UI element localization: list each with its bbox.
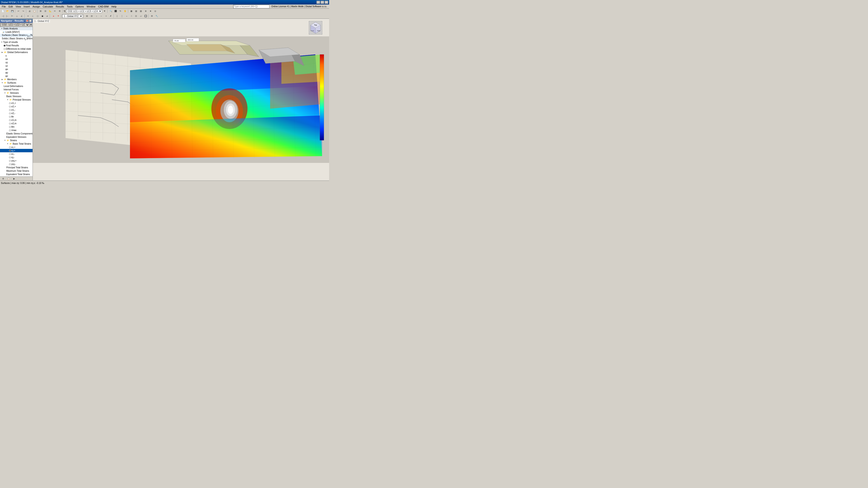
menu-view[interactable]: View: [14, 5, 22, 8]
surfaces-basic-strains-item[interactable]: Surfaces | Basic Strains εy,s [‰]: [0, 34, 33, 37]
menu-options[interactable]: Options: [74, 5, 85, 8]
tb24[interactable]: ∠: [20, 14, 24, 18]
tb10[interactable]: ▦: [129, 9, 134, 13]
menu-calculate[interactable]: Calculate: [41, 5, 55, 8]
s1p-radio[interactable]: [9, 102, 11, 104]
menu-edit[interactable]: Edit: [7, 5, 14, 8]
tb23[interactable]: ⊥: [15, 14, 19, 18]
s2mp-radio[interactable]: [9, 123, 11, 125]
lc-btn[interactable]: ▼: [102, 9, 107, 13]
load-combination-select[interactable]: CO2: LC1 + LC2 + LC3 + LC4: [66, 9, 102, 13]
open-btn[interactable]: 📂: [5, 9, 10, 13]
nav-btn2[interactable]: 📋: [6, 177, 11, 181]
menu-help[interactable]: Help: [110, 5, 118, 8]
tb41[interactable]: |: [115, 14, 119, 18]
ey-p-item[interactable]: εy,+: [0, 149, 33, 152]
zoom-btn[interactable]: 🔍: [109, 9, 113, 13]
s1m-radio[interactable]: [9, 109, 11, 111]
tb14[interactable]: ★: [148, 9, 153, 13]
save-btn[interactable]: 💾: [10, 9, 14, 13]
menu-insert[interactable]: Insert: [22, 5, 31, 8]
equiv-stresses-item[interactable]: Equivalent Stresses: [0, 135, 33, 139]
surfaces-tree-item[interactable]: ▼ 📁 Surfaces: [0, 81, 33, 85]
redo-btn[interactable]: ↪: [21, 9, 26, 13]
tb37[interactable]: ↕: [94, 14, 99, 18]
nav-combo-arrow[interactable]: ▼: [30, 24, 32, 26]
tb51[interactable]: 🔧: [154, 14, 159, 18]
s2m-radio[interactable]: [9, 112, 11, 114]
phiz-item[interactable]: φz: [0, 74, 33, 78]
tb2[interactable]: ⊟: [43, 9, 48, 13]
ey-m-item[interactable]: εy,-: [0, 156, 33, 159]
basic-total-strains-item[interactable]: ▼ 📁 Basic Total Strains: [0, 142, 33, 145]
ex-p-item[interactable]: εx,+: [0, 145, 33, 149]
nav-btn3[interactable]: ▶: [12, 177, 16, 181]
principal-total-item[interactable]: Principal Total Strains: [0, 166, 33, 169]
s1mp-radio[interactable]: [9, 119, 11, 121]
exm-radio[interactable]: [9, 153, 11, 155]
tb22[interactable]: ⊢: [10, 14, 14, 18]
menu-cad-bim[interactable]: CAD-BIM: [97, 5, 110, 8]
nav-close-btn[interactable]: ✕: [29, 20, 32, 22]
diff-initial-item[interactable]: Differences to initial state: [0, 47, 33, 51]
nav-pin-btn[interactable]: 📌: [26, 20, 29, 22]
tb36[interactable]: ⊟: [90, 14, 94, 18]
menu-results[interactable]: Results: [55, 5, 66, 8]
tb40[interactable]: ✗: [108, 14, 113, 18]
members-tree-item[interactable]: ▶ 📁 Members: [0, 78, 33, 81]
print-btn[interactable]: 🖨: [27, 9, 32, 13]
phiy-item[interactable]: φy: [0, 71, 33, 74]
view-select[interactable]: 1 - Global XYZ: [62, 14, 83, 18]
tb20[interactable]: →|: [0, 14, 5, 18]
stresses-tree-item[interactable]: ▼ 📁 Stresses: [0, 91, 33, 95]
sigma2mp-item[interactable]: σ2,m: [0, 122, 33, 125]
tn-radio[interactable]: [9, 116, 11, 118]
menu-file[interactable]: File: [0, 5, 7, 8]
type-of-results-item[interactable]: ▼ Type of results: [0, 40, 33, 44]
thetam-item[interactable]: θm: [0, 125, 33, 129]
tb25[interactable]: ≡: [26, 14, 30, 18]
tb47[interactable]: 🔲: [143, 14, 148, 18]
eym-radio[interactable]: [9, 157, 11, 158]
global-def-item[interactable]: ▶ 📁 Global Deformations: [0, 51, 33, 54]
tb42[interactable]: ⌶: [120, 14, 124, 18]
tb46[interactable]: ▱: [138, 14, 143, 18]
sigma1mp-item[interactable]: σ1,m: [0, 119, 33, 122]
minimize-button[interactable]: ─: [316, 1, 320, 4]
phix-item[interactable]: φx: [0, 68, 33, 71]
tb43[interactable]: ⍖: [124, 14, 129, 18]
tmax-radio[interactable]: [9, 129, 11, 131]
print2-btn[interactable]: 📋: [32, 9, 37, 13]
tb44[interactable]: ⎍: [129, 14, 133, 18]
uz-item[interactable]: uz: [0, 64, 33, 68]
elastic-stress-item[interactable]: Elastic Stress Components: [0, 132, 33, 135]
eyp-radio[interactable]: [9, 150, 11, 152]
tb13[interactable]: ⊕: [144, 9, 148, 13]
gxy-p-item[interactable]: γxy,+: [0, 159, 33, 162]
menu-window[interactable]: Window: [85, 5, 97, 8]
tb39[interactable]: ⌗: [104, 14, 108, 18]
new-btn[interactable]: 📄: [0, 9, 5, 13]
tb30[interactable]: 🔺: [51, 14, 56, 18]
tm-radio[interactable]: [9, 126, 11, 128]
strains-tree-item[interactable]: ▼ 📁 Strains: [0, 139, 33, 142]
tb35[interactable]: ⊞: [85, 14, 89, 18]
maximize-button[interactable]: □: [320, 1, 324, 4]
sigma2p-item[interactable]: σ2,+: [0, 105, 33, 108]
internal-forces-item[interactable]: Internal Forces: [0, 88, 33, 91]
sigma1p-item[interactable]: σ1,+: [0, 101, 33, 105]
sigma1m-item[interactable]: σ1,-: [0, 108, 33, 111]
zoom-all-btn[interactable]: ⬛: [114, 9, 118, 13]
tb15[interactable]: ◎: [153, 9, 158, 13]
menu-assign[interactable]: Assign: [31, 5, 41, 8]
solids-basic-strains-item[interactable]: Solids | Basic Strains σy [kN/m²]: [0, 37, 33, 40]
exp-radio[interactable]: [9, 147, 11, 148]
diff-initial-radio[interactable]: [4, 48, 5, 50]
tb1[interactable]: ⊞: [38, 9, 43, 13]
tb29[interactable]: ⌀: [45, 14, 49, 18]
uy-item[interactable]: uy: [0, 61, 33, 64]
undo-btn[interactable]: ↩: [16, 9, 21, 13]
pan-btn[interactable]: ✋: [123, 9, 127, 13]
rotate-btn[interactable]: ↻: [118, 9, 123, 13]
tb26[interactable]: ⌂: [31, 14, 35, 18]
